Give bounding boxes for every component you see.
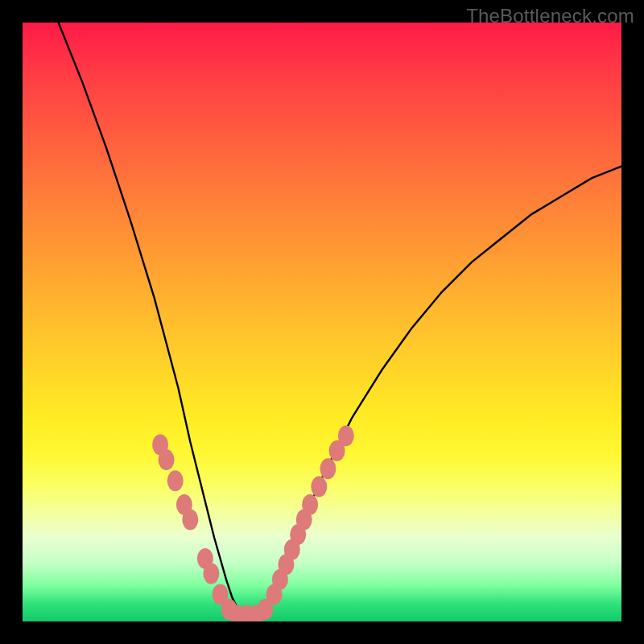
bead-marker bbox=[203, 564, 219, 584]
watermark-label: TheBottleneck.com bbox=[466, 5, 634, 27]
bead-marker bbox=[320, 458, 336, 479]
chart-svg bbox=[23, 23, 621, 621]
bottleneck-curve bbox=[59, 23, 621, 616]
bead-marker bbox=[167, 470, 184, 491]
bead-marker bbox=[302, 494, 318, 515]
bead-marker bbox=[182, 510, 198, 530]
bead-marker bbox=[338, 425, 354, 446]
bead-marker bbox=[311, 477, 327, 497]
bead-marker bbox=[159, 449, 175, 470]
curve-layer bbox=[59, 23, 621, 616]
plot-area bbox=[23, 23, 621, 621]
highlight-beads bbox=[152, 425, 354, 621]
chart-frame: TheBottleneck.com bbox=[0, 0, 644, 644]
